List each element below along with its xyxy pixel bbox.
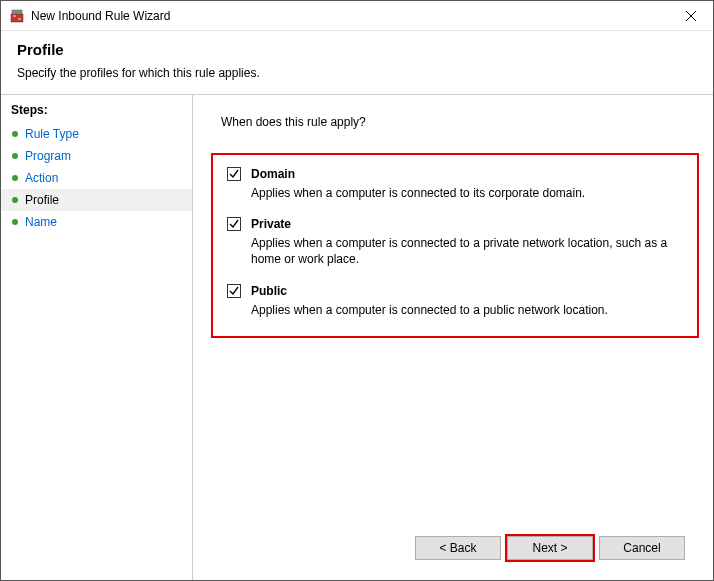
next-button[interactable]: Next > xyxy=(507,536,593,560)
window-title: New Inbound Rule Wizard xyxy=(31,9,668,23)
option-private: Private Applies when a computer is conne… xyxy=(227,217,683,267)
option-label: Private xyxy=(251,217,291,231)
option-label: Public xyxy=(251,284,287,298)
svg-rect-2 xyxy=(18,18,21,20)
step-label: Program xyxy=(25,149,71,163)
checkbox-domain[interactable] xyxy=(227,167,241,181)
step-label: Action xyxy=(25,171,58,185)
svg-point-4 xyxy=(16,10,19,13)
steps-sidebar: Steps: Rule Type Program Action xyxy=(1,94,193,580)
checkbox-private[interactable] xyxy=(227,217,241,231)
header: Profile Specify the profiles for which t… xyxy=(1,31,713,94)
option-description: Applies when a computer is connected to … xyxy=(251,235,683,267)
svg-point-7 xyxy=(12,131,18,137)
svg-rect-0 xyxy=(11,14,23,22)
options-highlight: Domain Applies when a computer is connec… xyxy=(211,153,699,338)
cancel-button[interactable]: Cancel xyxy=(599,536,685,560)
wizard-window: New Inbound Rule Wizard Profile Specify … xyxy=(0,0,714,581)
option-description: Applies when a computer is connected to … xyxy=(251,302,683,318)
option-description: Applies when a computer is connected to … xyxy=(251,185,683,201)
svg-point-10 xyxy=(12,197,18,203)
page-subtitle: Specify the profiles for which this rule… xyxy=(17,66,697,80)
svg-rect-1 xyxy=(13,15,16,17)
option-domain: Domain Applies when a computer is connec… xyxy=(227,167,683,201)
svg-point-8 xyxy=(12,153,18,159)
step-action[interactable]: Action xyxy=(1,167,192,189)
bullet-icon xyxy=(11,152,19,160)
body: Steps: Rule Type Program Action xyxy=(1,94,713,580)
button-bar: < Back Next > Cancel xyxy=(221,526,685,568)
bullet-icon xyxy=(11,196,19,204)
prompt-text: When does this rule apply? xyxy=(221,115,685,129)
bullet-icon xyxy=(11,218,19,226)
step-program[interactable]: Program xyxy=(1,145,192,167)
main-panel: When does this rule apply? Domain Applie… xyxy=(193,94,713,580)
svg-point-9 xyxy=(12,175,18,181)
checkbox-public[interactable] xyxy=(227,284,241,298)
step-rule-type[interactable]: Rule Type xyxy=(1,123,192,145)
step-label: Name xyxy=(25,215,57,229)
app-icon xyxy=(9,8,25,24)
step-label: Profile xyxy=(25,193,59,207)
option-label: Domain xyxy=(251,167,295,181)
step-profile[interactable]: Profile xyxy=(1,189,192,211)
page-title: Profile xyxy=(17,41,697,58)
step-label: Rule Type xyxy=(25,127,79,141)
option-public: Public Applies when a computer is connec… xyxy=(227,284,683,318)
steps-header: Steps: xyxy=(1,99,192,123)
close-button[interactable] xyxy=(668,1,713,30)
back-button[interactable]: < Back xyxy=(415,536,501,560)
bullet-icon xyxy=(11,130,19,138)
titlebar: New Inbound Rule Wizard xyxy=(1,1,713,31)
bullet-icon xyxy=(11,174,19,182)
svg-point-11 xyxy=(12,219,18,225)
step-name[interactable]: Name xyxy=(1,211,192,233)
